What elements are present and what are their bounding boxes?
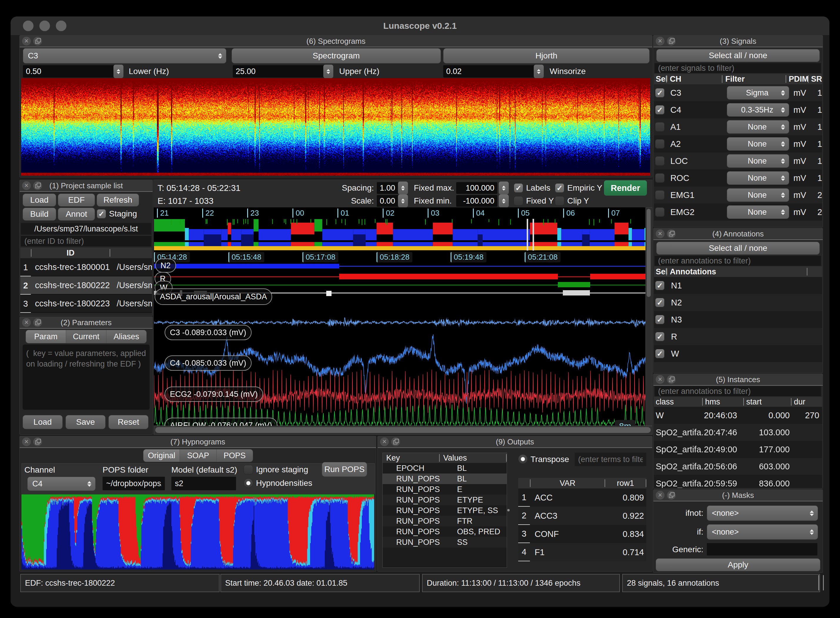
- lower-hz-input[interactable]: 0.50: [23, 65, 117, 77]
- project-row[interactable]: 1 ccshs-trec-1800001 /Users/sm: [20, 258, 152, 276]
- float-icon[interactable]: [667, 37, 676, 46]
- refresh-button[interactable]: Refresh: [97, 193, 139, 206]
- resize-grip[interactable]: [823, 575, 824, 590]
- checkbox-unchecked-icon[interactable]: [655, 173, 664, 183]
- signal-row[interactable]: A1 None mV 1: [654, 118, 822, 135]
- var-row[interactable]: 4 F1 0.714: [518, 543, 646, 561]
- close-icon[interactable]: ✕: [380, 437, 389, 446]
- instances-filter-input[interactable]: [655, 386, 821, 396]
- winsorize-stepper[interactable]: [534, 65, 544, 78]
- winsorize-input[interactable]: 0.02: [443, 65, 537, 77]
- cursor-line[interactable]: [527, 219, 528, 251]
- epoch-window-bar[interactable]: [154, 246, 652, 250]
- checkbox-unchecked-icon[interactable]: [655, 122, 664, 132]
- float-icon[interactable]: [391, 437, 400, 446]
- clip-y-checkbox[interactable]: [555, 196, 564, 206]
- instance-row[interactable]: SpO2_artifa... 20:59:59 836.000: [654, 475, 822, 488]
- outputs-filter-input[interactable]: [575, 453, 646, 466]
- checkbox-checked-icon[interactable]: ✓: [655, 315, 664, 324]
- key-row[interactable]: RUN_POPSETYPE: [383, 495, 507, 505]
- hypnodensity-plot[interactable]: [21, 494, 374, 569]
- key-row[interactable]: RUN_POPSOBS, PRED: [383, 526, 507, 537]
- model-input[interactable]: [171, 477, 236, 490]
- fixed-max-stepper[interactable]: [499, 181, 509, 195]
- tab-pops[interactable]: POPS: [216, 449, 253, 462]
- project-row[interactable]: 3 ccshs-trec-1800223 /Users/sm: [20, 295, 152, 313]
- project-filter-input[interactable]: [21, 236, 151, 247]
- signal-row[interactable]: ROC None mV 1: [654, 169, 822, 187]
- tab-original[interactable]: Original: [143, 449, 180, 462]
- spectrogram-button[interactable]: Spectrogram: [232, 48, 441, 64]
- w-track-segment[interactable]: [558, 282, 590, 287]
- close-icon[interactable]: ✕: [22, 37, 31, 46]
- r-track-segment[interactable]: [590, 274, 652, 279]
- key-row[interactable]: RUN_POPSETYPE, SS: [383, 505, 507, 516]
- close-icon[interactable]: ✕: [22, 318, 31, 327]
- cursor-line[interactable]: [533, 219, 534, 251]
- tab-soap[interactable]: SOAP: [180, 449, 216, 462]
- annot-button[interactable]: Annot: [58, 208, 95, 221]
- empiric-y-checkbox[interactable]: ✓: [555, 183, 564, 193]
- float-icon[interactable]: [33, 37, 42, 46]
- pops-channel-select[interactable]: C4: [27, 477, 95, 491]
- annotations-select-all-button[interactable]: Select all / none: [656, 242, 820, 255]
- checkbox-checked-icon[interactable]: ✓: [655, 105, 664, 114]
- close-icon[interactable]: ✕: [22, 181, 31, 190]
- r-track-segment[interactable]: [339, 274, 558, 279]
- annotation-row[interactable]: ✓ N1: [654, 277, 822, 294]
- checkbox-checked-icon[interactable]: ✓: [655, 88, 664, 98]
- key-row[interactable]: RUN_POPSSS: [383, 537, 507, 548]
- key-row[interactable]: EPOCHBL: [383, 463, 507, 474]
- annotation-row[interactable]: ✓ W: [654, 345, 822, 362]
- close-icon[interactable]: ✕: [656, 375, 664, 384]
- hypnogram-overview[interactable]: [154, 219, 652, 246]
- scrollbar-thumb[interactable]: [155, 427, 651, 433]
- checkbox-checked-icon[interactable]: ✓: [655, 298, 664, 307]
- float-icon[interactable]: [33, 181, 42, 190]
- render-button[interactable]: Render: [604, 180, 647, 196]
- upper-hz-input[interactable]: 25.00: [233, 65, 327, 77]
- signals-select-all-button[interactable]: Select all / none: [656, 49, 820, 62]
- float-icon[interactable]: [33, 437, 42, 446]
- checkbox-checked-icon[interactable]: ✓: [655, 349, 664, 358]
- fixed-min-input[interactable]: -100.000: [456, 195, 497, 207]
- spectrogram-channel-select[interactable]: C3: [23, 48, 226, 64]
- vertical-scrollbar[interactable]: [645, 207, 652, 426]
- checkbox-unchecked-icon[interactable]: [655, 190, 664, 200]
- signal-row[interactable]: LOC None mV 1: [654, 153, 822, 169]
- key-row[interactable]: RUN_POPSE: [383, 484, 507, 495]
- key-row[interactable]: RUN_POPSFTR: [383, 516, 507, 526]
- float-icon[interactable]: [667, 491, 676, 500]
- upper-hz-stepper[interactable]: [323, 65, 333, 78]
- ignore-staging-checkbox[interactable]: [244, 465, 253, 474]
- var-row[interactable]: 2 ACC3 0.922: [518, 507, 646, 525]
- close-icon[interactable]: ✕: [656, 491, 664, 500]
- hypnodensities-radio[interactable]: [244, 478, 253, 488]
- run-pops-button[interactable]: Run POPS: [322, 462, 367, 477]
- arousal-segment[interactable]: [563, 290, 590, 296]
- parameters-textarea[interactable]: [22, 345, 150, 410]
- params-reset-button[interactable]: Reset: [109, 415, 149, 429]
- pops-folder-input[interactable]: [103, 477, 165, 490]
- signals-filter-input[interactable]: [655, 63, 821, 73]
- load-button[interactable]: Load: [22, 193, 56, 206]
- checkbox-unchecked-icon[interactable]: [655, 207, 664, 217]
- instance-row[interactable]: SpO2_artifa... 20:47:46 103.000: [654, 424, 822, 441]
- resize-grip[interactable]: [818, 575, 819, 590]
- tab-current[interactable]: Current: [66, 330, 106, 343]
- edf-button[interactable]: EDF: [58, 193, 95, 206]
- params-save-button[interactable]: Save: [66, 415, 106, 429]
- fixed-min-stepper[interactable]: [499, 195, 509, 207]
- splitter-dot[interactable]: [507, 509, 509, 511]
- apply-button[interactable]: Apply: [656, 559, 820, 571]
- checkbox-checked-icon[interactable]: ✓: [655, 332, 664, 341]
- key-row-selected[interactable]: RUN_POPSBL: [383, 474, 507, 484]
- tab-aliases[interactable]: Aliases: [106, 330, 146, 343]
- generic-input[interactable]: [707, 543, 818, 556]
- arousal-handle[interactable]: [326, 291, 332, 296]
- annotation-row[interactable]: ✓ N3: [654, 311, 822, 328]
- horizontal-scrollbar[interactable]: [154, 426, 652, 435]
- instance-row[interactable]: SpO2_artifa... 20:56:06 603.000: [654, 458, 822, 475]
- signal-row[interactable]: A2 None mV 1: [654, 135, 822, 153]
- signal-row[interactable]: EMG1 None mV 2: [654, 187, 822, 204]
